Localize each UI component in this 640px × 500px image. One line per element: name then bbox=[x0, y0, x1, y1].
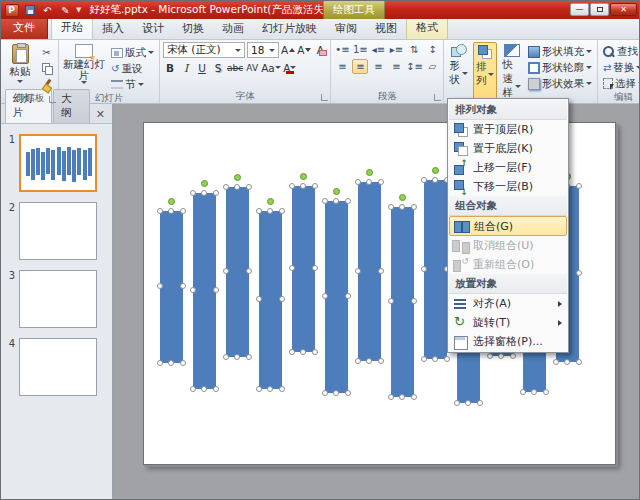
character-spacing-button[interactable]: AV bbox=[245, 60, 259, 75]
selection-handle[interactable] bbox=[454, 400, 460, 406]
indent-increase-button[interactable]: ▸≡ bbox=[388, 42, 404, 57]
selection-handle[interactable] bbox=[553, 359, 559, 365]
find-button[interactable]: 查找 bbox=[601, 44, 640, 59]
selection-handle[interactable] bbox=[246, 184, 252, 190]
shape-fill-button[interactable]: 形状填充 bbox=[526, 44, 594, 59]
selection-handle[interactable] bbox=[388, 394, 394, 400]
rotation-handle[interactable] bbox=[333, 188, 340, 195]
selection-handle[interactable] bbox=[322, 293, 328, 299]
selection-handle[interactable] bbox=[168, 360, 174, 366]
selection-handle[interactable] bbox=[432, 177, 438, 183]
undo-button[interactable]: ↶ bbox=[40, 3, 55, 17]
selection-handle[interactable] bbox=[487, 353, 493, 359]
strikethrough-button[interactable]: abc bbox=[227, 60, 243, 75]
selection-handle[interactable] bbox=[201, 386, 207, 392]
qat-customize-arrow-icon[interactable]: ▼ bbox=[76, 6, 81, 14]
menu-item-ungroup[interactable]: 取消组合(U) bbox=[449, 236, 567, 255]
replace-button[interactable]: ⇄替换 bbox=[601, 60, 640, 75]
selection-handle[interactable] bbox=[267, 208, 273, 214]
selection-handle[interactable] bbox=[355, 268, 361, 274]
rotation-handle[interactable] bbox=[399, 194, 406, 201]
slide-thumbnail-2[interactable] bbox=[19, 202, 97, 260]
selection-handle[interactable] bbox=[312, 265, 318, 271]
selection-handle[interactable] bbox=[312, 183, 318, 189]
selection-handle[interactable] bbox=[180, 283, 186, 289]
selection-handle[interactable] bbox=[576, 270, 582, 276]
selection-handle[interactable] bbox=[322, 390, 328, 396]
selection-handle[interactable] bbox=[157, 360, 163, 366]
selection-handle[interactable] bbox=[510, 353, 516, 359]
selection-handle[interactable] bbox=[399, 394, 405, 400]
selection-handle[interactable] bbox=[432, 356, 438, 362]
selection-handle[interactable] bbox=[411, 298, 417, 304]
format-painter-button[interactable] bbox=[38, 77, 55, 92]
selection-handle[interactable] bbox=[213, 190, 219, 196]
font-dialog-launcher[interactable] bbox=[321, 94, 328, 101]
selection-handle[interactable] bbox=[576, 359, 582, 365]
font-color-button[interactable]: A bbox=[283, 60, 297, 75]
selection-handle[interactable] bbox=[498, 353, 504, 359]
cut-button[interactable]: ✂ bbox=[38, 45, 55, 60]
selection-handle[interactable] bbox=[180, 208, 186, 214]
selection-handle[interactable] bbox=[289, 349, 295, 355]
line-spacing-button[interactable]: ↕≡ bbox=[406, 59, 422, 74]
menu-item-rotate[interactable]: 旋转(T) bbox=[449, 313, 567, 332]
selection-handle[interactable] bbox=[388, 298, 394, 304]
selection-handle[interactable] bbox=[223, 354, 229, 360]
tab-home[interactable]: 开始 bbox=[51, 16, 93, 39]
selection-handle[interactable] bbox=[421, 177, 427, 183]
selection-handle[interactable] bbox=[421, 356, 427, 362]
selection-handle[interactable] bbox=[366, 358, 372, 364]
shape-outline-button[interactable]: 形状轮廓 bbox=[526, 60, 594, 75]
shrink-font-button[interactable]: A bbox=[297, 43, 311, 58]
layout-button[interactable]: 版式 bbox=[109, 45, 156, 60]
text-shadow-button[interactable]: S bbox=[211, 60, 225, 75]
shape-bar[interactable] bbox=[259, 211, 282, 389]
menu-item-selection-pane[interactable]: 选择窗格(P)... bbox=[449, 332, 567, 351]
shape-bar[interactable] bbox=[292, 186, 315, 352]
clear-formatting-button[interactable]: A bbox=[313, 43, 327, 58]
selection-handle[interactable] bbox=[190, 190, 196, 196]
font-size-combo[interactable]: 18 bbox=[247, 42, 279, 58]
tab-file[interactable]: 文件 bbox=[1, 17, 48, 39]
shape-bar[interactable] bbox=[226, 187, 249, 357]
rotation-handle[interactable] bbox=[366, 169, 373, 176]
italic-button[interactable]: I bbox=[179, 60, 193, 75]
selection-handle[interactable] bbox=[345, 293, 351, 299]
tab-review[interactable]: 审阅 bbox=[326, 18, 366, 39]
menu-item-regroup[interactable]: 重新组合(O) bbox=[449, 255, 567, 274]
convert-smartart-button[interactable]: ▱ bbox=[424, 59, 440, 74]
selection-handle[interactable] bbox=[246, 354, 252, 360]
selection-handle[interactable] bbox=[234, 184, 240, 190]
selection-handle[interactable] bbox=[531, 389, 537, 395]
shape-bar[interactable] bbox=[160, 211, 183, 363]
selection-handle[interactable] bbox=[246, 268, 252, 274]
selection-handle[interactable] bbox=[201, 190, 207, 196]
tab-transitions[interactable]: 切换 bbox=[173, 18, 213, 39]
selection-handle[interactable] bbox=[355, 179, 361, 185]
slide-thumbnail-4[interactable] bbox=[19, 338, 97, 396]
selection-handle[interactable] bbox=[279, 208, 285, 214]
align-right-button[interactable]: ≡ bbox=[370, 59, 386, 74]
selection-handle[interactable] bbox=[168, 208, 174, 214]
selection-handle[interactable] bbox=[213, 386, 219, 392]
slide-thumbnail-1[interactable] bbox=[19, 134, 97, 192]
align-center-button[interactable]: ≡ bbox=[352, 59, 368, 74]
maximize-button[interactable] bbox=[590, 3, 609, 16]
menu-item-send-to-back[interactable]: 置于底层(K) bbox=[449, 139, 567, 158]
shape-bar[interactable] bbox=[325, 201, 348, 393]
rotation-handle[interactable] bbox=[300, 173, 307, 180]
justify-button[interactable]: ≡ bbox=[388, 59, 404, 74]
selection-handle[interactable] bbox=[333, 198, 339, 204]
rotation-handle[interactable] bbox=[432, 167, 439, 174]
select-button[interactable]: 选择 bbox=[601, 76, 640, 91]
selection-handle[interactable] bbox=[465, 400, 471, 406]
selection-handle[interactable] bbox=[256, 208, 262, 214]
selection-handle[interactable] bbox=[421, 266, 427, 272]
selection-handle[interactable] bbox=[564, 359, 570, 365]
selection-handle[interactable] bbox=[477, 400, 483, 406]
bold-button[interactable]: B bbox=[163, 60, 177, 75]
selection-handle[interactable] bbox=[300, 349, 306, 355]
selection-handle[interactable] bbox=[180, 360, 186, 366]
shape-bar[interactable] bbox=[358, 182, 381, 361]
